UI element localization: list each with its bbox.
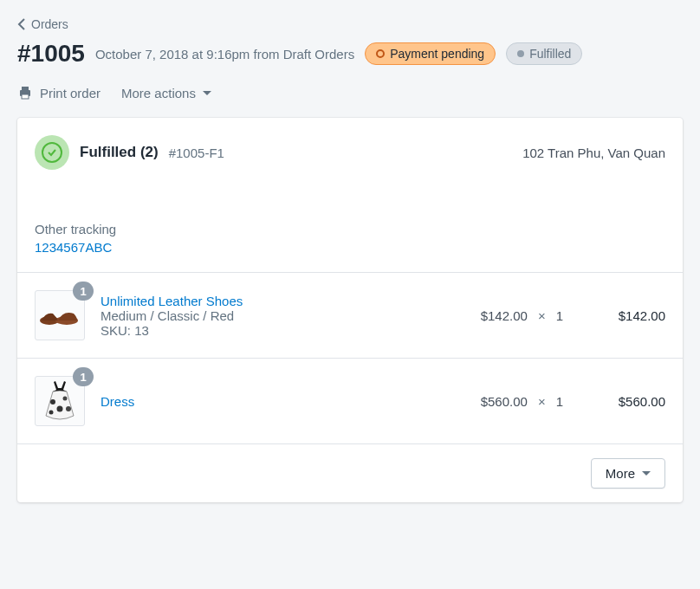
- shipping-address: 102 Tran Phu, Van Quan: [522, 146, 665, 160]
- price-calc: $142.00 × 1: [481, 308, 563, 323]
- multiply-sign: ×: [538, 308, 546, 323]
- breadcrumb[interactable]: Orders: [17, 17, 683, 31]
- tracking-label: Other tracking: [35, 222, 665, 236]
- circle-hollow-icon: [376, 49, 385, 58]
- quantity-badge: 1: [73, 282, 94, 301]
- line-item: 1 Dress $560.00 ×: [17, 358, 683, 443]
- thumb-wrap: 1: [35, 290, 85, 340]
- fulfillment-id: #1005-F1: [169, 146, 224, 160]
- product-name-link[interactable]: Dress: [100, 394, 465, 409]
- payment-status-badge: Payment pending: [365, 42, 496, 65]
- fulfillment-card: Fulfilled (2) #1005-F1 102 Tran Phu, Van…: [17, 118, 683, 502]
- quantity: 1: [556, 308, 563, 323]
- product-name-link[interactable]: Unlimited Leather Shoes: [100, 294, 465, 308]
- checkmark-circle-icon: [42, 142, 62, 163]
- line-total: $142.00: [579, 308, 665, 323]
- quantity: 1: [556, 394, 563, 409]
- item-info: Dress: [100, 394, 465, 409]
- more-button-label: More: [606, 466, 635, 481]
- dress-icon: [42, 379, 77, 423]
- actions-row: Print order More actions: [17, 85, 683, 100]
- line-total: $560.00: [579, 394, 665, 409]
- unit-price: $560.00: [481, 394, 528, 409]
- order-header: #1005 October 7, 2018 at 9:16pm from Dra…: [17, 40, 683, 68]
- circle-solid-icon: [517, 50, 524, 57]
- svg-point-7: [57, 406, 63, 412]
- svg-point-6: [63, 397, 68, 401]
- order-number: #1005: [17, 40, 85, 68]
- more-actions-label: More actions: [121, 86, 196, 100]
- line-items: 1 Unlimited Leather Shoes Medium / Class…: [17, 273, 683, 443]
- print-order-label: Print order: [40, 86, 100, 100]
- printer-icon: [17, 85, 33, 100]
- shoes-icon: [39, 301, 81, 329]
- breadcrumb-label: Orders: [31, 17, 68, 31]
- more-actions-button[interactable]: More actions: [121, 85, 211, 100]
- product-variant: Medium / Classic / Red: [100, 308, 465, 323]
- item-info: Unlimited Leather Shoes Medium / Classic…: [100, 294, 465, 338]
- payment-status-text: Payment pending: [390, 47, 484, 61]
- thumb-wrap: 1: [35, 376, 85, 426]
- svg-point-5: [50, 399, 55, 405]
- fulfillment-status-text: Fulfilled: [529, 47, 571, 61]
- quantity-badge: 1: [73, 367, 94, 386]
- chevron-left-icon: [17, 18, 26, 30]
- fulfillment-status-badge: Fulfilled: [506, 42, 582, 65]
- svg-point-9: [49, 411, 54, 415]
- tracking-number-link[interactable]: 1234567ABC: [35, 240, 665, 255]
- svg-rect-2: [22, 94, 29, 99]
- multiply-sign: ×: [538, 394, 546, 409]
- svg-point-8: [66, 406, 71, 411]
- unit-price: $142.00: [481, 308, 528, 323]
- fulfilled-icon-wrap: [35, 135, 69, 170]
- more-button[interactable]: More: [591, 458, 665, 489]
- fulfillment-title: Fulfilled (2): [80, 144, 159, 161]
- fulfillment-header: Fulfilled (2) #1005-F1 102 Tran Phu, Van…: [17, 118, 683, 170]
- chevron-down-icon: [203, 91, 211, 95]
- chevron-down-icon: [642, 471, 651, 476]
- tracking-section: Other tracking 1234567ABC: [17, 170, 683, 273]
- order-date: October 7, 2018 at 9:16pm from Draft Ord…: [95, 47, 354, 61]
- card-footer: More: [17, 443, 683, 502]
- print-order-button[interactable]: Print order: [17, 85, 100, 100]
- product-sku: SKU: 13: [100, 323, 465, 338]
- svg-rect-1: [22, 87, 29, 90]
- line-item: 1 Unlimited Leather Shoes Medium / Class…: [17, 273, 683, 358]
- price-calc: $560.00 × 1: [481, 394, 563, 409]
